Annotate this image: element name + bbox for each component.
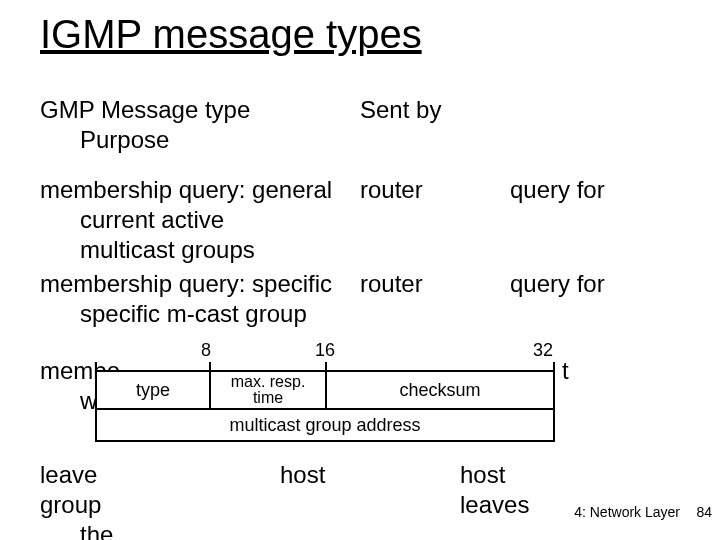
bit-labels: 8 16 32 [95, 340, 555, 362]
cell-checksum: checksum [325, 370, 555, 410]
cell-mga: multicast group address [95, 408, 555, 442]
bit-ticks [95, 362, 555, 370]
row1-col2: router [360, 175, 500, 205]
header-col2: Sent by [360, 95, 500, 125]
bit-label-16: 16 [315, 340, 335, 361]
table-row: membership query: general current active… [40, 175, 680, 269]
table-header-row: GMP Message type Purpose Sent by [40, 95, 680, 159]
row1-col1-line1: membership query: general [40, 175, 360, 205]
leave-col3: host leaves [460, 460, 529, 520]
leave-col1-line1: leave group [40, 460, 141, 520]
slide-body: GMP Message type Purpose Sent by members… [40, 95, 680, 333]
row1-col1-line2: current active [80, 205, 360, 235]
cell-maxresp-text: max. resp. time [231, 374, 306, 406]
tick-icon [553, 362, 555, 370]
table-row: membership query: specific specific m-ca… [40, 269, 680, 333]
bit-label-8: 8 [201, 340, 211, 361]
footer-chapter: 4: Network Layer [574, 504, 680, 520]
row2-col1-line1: membership query: specific [40, 269, 360, 299]
row2-col3: query for [510, 269, 710, 299]
header-col1: GMP Message type Purpose [40, 95, 360, 155]
tick-icon [209, 362, 211, 370]
row2-col2: router [360, 269, 500, 299]
row2-col1: membership query: specific specific m-ca… [40, 269, 360, 329]
slide-title: IGMP message types [40, 12, 422, 57]
cell-maxresp: max. resp. time [209, 370, 327, 410]
row1-col1-line3: multicast groups [80, 235, 360, 265]
fragment-t: t [562, 357, 569, 385]
header-col1-line2: Purpose [80, 125, 360, 155]
tick-icon [325, 362, 327, 370]
leave-col2: host [280, 460, 325, 490]
page-number: 84 [696, 504, 712, 520]
igmp-packet-diagram: 8 16 32 type max. resp. time checksum mu… [95, 340, 555, 440]
leave-col1-line2: the group [80, 520, 141, 540]
row1-col1: membership query: general current active… [40, 175, 360, 265]
slide: IGMP message types GMP Message type Purp… [0, 0, 720, 540]
cell-type: type [95, 370, 211, 410]
header-col1-line1: GMP Message type [40, 95, 360, 125]
tick-icon [95, 362, 97, 370]
row1-col3: query for [510, 175, 710, 205]
row2-col1-line2: specific m-cast group [80, 299, 360, 329]
bit-label-32: 32 [533, 340, 553, 361]
leave-col1: leave group the group [40, 460, 141, 540]
